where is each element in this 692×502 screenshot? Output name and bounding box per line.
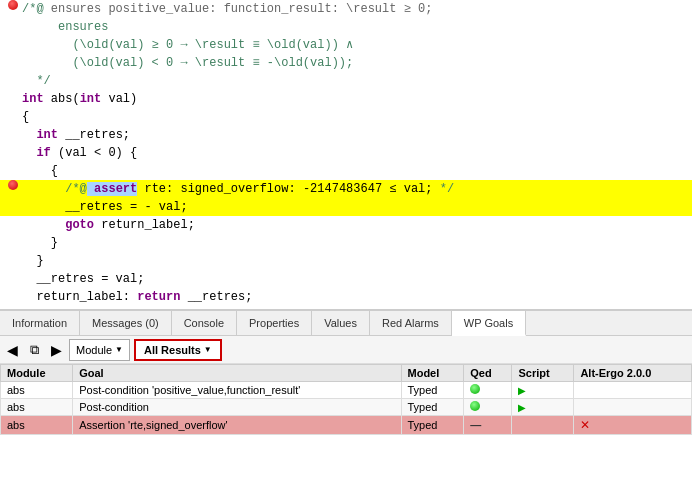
line-gutter	[4, 0, 22, 10]
line-content: */	[22, 72, 688, 90]
line-gutter	[4, 180, 22, 190]
code-line-retres: __retres = - val;	[0, 198, 692, 216]
code-line: {	[0, 162, 692, 180]
code-line: (\old(val) < 0 → \result ≡ -\old(val));	[0, 54, 692, 72]
code-line: (\old(val) ≥ 0 → \result ≡ \old(val)) ∧	[0, 36, 692, 54]
line-content-assert: /*@ assert rte: signed_overflow: -214748…	[22, 180, 688, 198]
red-dot-icon	[8, 0, 18, 10]
red-dot-icon	[8, 180, 18, 190]
line-content: }	[22, 306, 688, 310]
tab-values[interactable]: Values	[312, 311, 370, 335]
code-line: if (val < 0) {	[0, 144, 692, 162]
green-circle-icon	[470, 401, 480, 411]
tab-wp-goals[interactable]: WP Goals	[452, 311, 526, 336]
code-line: goto return_label;	[0, 216, 692, 234]
col-alt-ergo: Alt-Ergo 2.0.0	[574, 365, 692, 382]
results-container: Module Goal Model Qed Script Alt-Ergo 2.…	[0, 364, 692, 435]
code-line: /*@ ensures positive_value: function_res…	[0, 0, 692, 18]
line-content: (\old(val) < 0 → \result ≡ -\old(val));	[22, 54, 688, 72]
line-content: goto return_label;	[22, 216, 688, 234]
line-content: __retres = val;	[22, 270, 688, 288]
cell-model: Typed	[401, 416, 464, 435]
line-content: (\old(val) ≥ 0 → \result ≡ \old(val)) ∧	[22, 36, 688, 54]
col-script: Script	[512, 365, 574, 382]
col-goal: Goal	[73, 365, 401, 382]
cell-module: abs	[1, 382, 73, 399]
line-content: }	[22, 252, 688, 270]
table-header-row: Module Goal Model Qed Script Alt-Ergo 2.…	[1, 365, 692, 382]
line-content: }	[22, 234, 688, 252]
code-line: __retres = val;	[0, 270, 692, 288]
cell-script	[512, 416, 574, 435]
back-button[interactable]: ◀	[4, 341, 21, 359]
cell-model: Typed	[401, 382, 464, 399]
line-content: int __retres;	[22, 126, 688, 144]
cell-module: abs	[1, 399, 73, 416]
cell-alt-ergo: ✕	[574, 416, 692, 435]
col-qed: Qed	[464, 365, 512, 382]
cell-script: ▶	[512, 382, 574, 399]
tab-console[interactable]: Console	[172, 311, 237, 335]
toolbar: ◀ ⧉ ▶ Module ▼ All Results ▼	[0, 336, 692, 364]
play-icon[interactable]: ▶	[518, 385, 526, 396]
cell-qed	[464, 399, 512, 416]
chevron-down-icon: ▼	[115, 345, 123, 354]
code-line: {	[0, 108, 692, 126]
code-line: int abs(int val)	[0, 90, 692, 108]
code-line: int __retres;	[0, 126, 692, 144]
play-icon[interactable]: ▶	[518, 402, 526, 413]
cell-alt-ergo	[574, 399, 692, 416]
cell-goal: Post-condition	[73, 399, 401, 416]
all-results-dropdown[interactable]: All Results ▼	[134, 339, 222, 361]
code-editor: /*@ ensures positive_value: function_res…	[0, 0, 692, 310]
tab-red-alarms[interactable]: Red Alarms	[370, 311, 452, 335]
tab-information[interactable]: Information	[0, 311, 80, 335]
results-table: Module Goal Model Qed Script Alt-Ergo 2.…	[0, 364, 692, 435]
line-content: if (val < 0) {	[22, 144, 688, 162]
code-line: ensures	[0, 18, 692, 36]
line-content: int abs(int val)	[22, 90, 688, 108]
cell-goal: Post-condition 'positive_value,function_…	[73, 382, 401, 399]
copy-icon: ⧉	[30, 342, 39, 358]
cell-qed: —	[464, 416, 512, 435]
line-content: __retres = - val;	[22, 198, 688, 216]
col-module: Module	[1, 365, 73, 382]
table-row: abs Post-condition Typed ▶	[1, 399, 692, 416]
code-line-assert: /*@ assert rte: signed_overflow: -214748…	[0, 180, 692, 198]
x-icon: ✕	[580, 418, 590, 432]
cell-qed	[464, 382, 512, 399]
chevron-down-icon: ▼	[204, 345, 212, 354]
line-content: ensures	[22, 18, 688, 36]
tab-messages[interactable]: Messages (0)	[80, 311, 172, 335]
line-content: /*@ ensures positive_value: function_res…	[22, 0, 688, 18]
module-dropdown[interactable]: Module ▼	[69, 339, 130, 361]
forward-button[interactable]: ▶	[48, 341, 65, 359]
tab-bar: Information Messages (0) Console Propert…	[0, 310, 692, 336]
line-content: {	[22, 162, 688, 180]
line-content: return_label: return __retres;	[22, 288, 688, 306]
line-content: {	[22, 108, 688, 126]
cell-alt-ergo	[574, 382, 692, 399]
code-line: return_label: return __retres;	[0, 288, 692, 306]
code-line: }	[0, 252, 692, 270]
cell-module: abs	[1, 416, 73, 435]
cell-script: ▶	[512, 399, 574, 416]
col-model: Model	[401, 365, 464, 382]
copy-button[interactable]: ⧉	[25, 339, 44, 361]
green-circle-icon	[470, 384, 480, 394]
tab-properties[interactable]: Properties	[237, 311, 312, 335]
cell-model: Typed	[401, 399, 464, 416]
table-row: abs Post-condition 'positive_value,funct…	[1, 382, 692, 399]
table-row-highlighted: abs Assertion 'rte,signed_overflow' Type…	[1, 416, 692, 435]
code-line: }	[0, 306, 692, 310]
cell-goal: Assertion 'rte,signed_overflow'	[73, 416, 401, 435]
code-line: }	[0, 234, 692, 252]
code-line: */	[0, 72, 692, 90]
dash-icon: —	[470, 419, 481, 431]
